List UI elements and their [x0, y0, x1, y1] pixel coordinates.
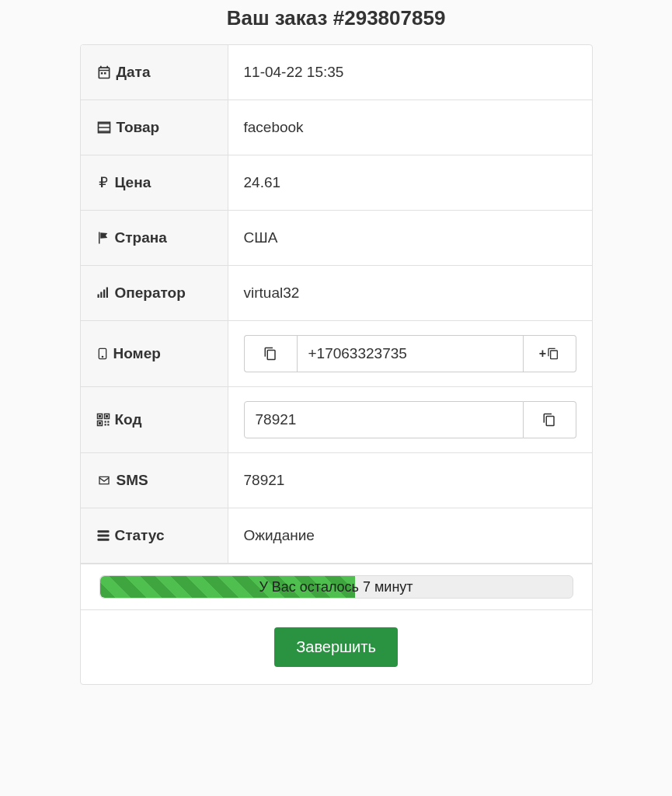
value-status: Ожидание	[228, 508, 592, 563]
action-row: Завершить	[81, 610, 592, 684]
label-number: Номер	[81, 321, 228, 386]
tasks-icon	[96, 529, 110, 543]
row-date: Дата 11-04-22 15:35	[81, 45, 592, 100]
value-number-cell: +	[228, 321, 592, 386]
row-country: Страна США	[81, 211, 592, 266]
value-country: США	[228, 211, 592, 265]
svg-rect-15	[107, 424, 109, 425]
value-product: facebook	[228, 100, 592, 155]
row-code: Код	[81, 387, 592, 453]
row-operator: Оператор virtual32	[81, 266, 592, 321]
svg-rect-12	[104, 421, 106, 423]
label-code-text: Код	[115, 411, 142, 428]
svg-rect-11	[99, 422, 101, 424]
progress-label: У Вас осталось 7 минут	[100, 576, 573, 598]
row-status: Статус Ожидание	[81, 508, 592, 564]
complete-button[interactable]: Завершить	[274, 627, 398, 667]
label-status-text: Статус	[115, 527, 165, 544]
label-price: Цена	[81, 155, 228, 210]
label-number-text: Номер	[113, 345, 161, 362]
copy-number-plus-button[interactable]: +	[524, 335, 576, 372]
qrcode-icon	[96, 413, 110, 427]
copy-icon	[263, 347, 277, 361]
code-input-group	[244, 401, 576, 438]
svg-rect-18	[97, 539, 109, 541]
copy-code-button[interactable]	[524, 401, 576, 438]
svg-rect-9	[99, 415, 101, 417]
page-title: Ваш заказ #293807859	[227, 6, 446, 30]
label-product: Товар	[81, 100, 228, 155]
svg-rect-2	[103, 290, 105, 298]
label-status: Статус	[81, 508, 228, 563]
label-country-text: Страна	[115, 229, 167, 246]
progress-row: У Вас осталось 7 минут	[81, 564, 592, 610]
label-date: Дата	[81, 45, 228, 100]
svg-rect-14	[104, 424, 106, 425]
value-date: 11-04-22 15:35	[228, 45, 592, 100]
svg-rect-1	[100, 292, 102, 298]
ruble-icon	[96, 175, 110, 190]
value-operator: virtual32	[228, 266, 592, 320]
label-product-text: Товар	[117, 119, 160, 136]
label-code: Код	[81, 387, 228, 452]
number-input[interactable]	[297, 335, 524, 372]
number-input-group: +	[244, 335, 576, 372]
label-operator-text: Оператор	[115, 285, 186, 302]
label-sms: SMS	[81, 453, 228, 508]
flag-icon	[96, 231, 110, 245]
copy-number-button[interactable]	[244, 335, 297, 372]
svg-rect-17	[97, 535, 109, 537]
svg-rect-0	[97, 295, 99, 298]
copy-icon	[542, 413, 556, 427]
row-product: Товар facebook	[81, 100, 592, 155]
svg-point-5	[102, 356, 103, 357]
signal-icon	[96, 286, 110, 300]
value-sms: 78921	[228, 453, 592, 508]
label-date-text: Дата	[117, 64, 151, 81]
value-code-cell	[228, 387, 592, 452]
label-sms-text: SMS	[117, 472, 148, 489]
svg-rect-16	[97, 530, 109, 532]
svg-rect-3	[106, 288, 107, 298]
progress-bar: У Вас осталось 7 минут	[99, 575, 573, 599]
svg-rect-10	[106, 415, 108, 417]
row-number: Номер +	[81, 321, 592, 387]
list-icon	[96, 120, 112, 135]
label-country: Страна	[81, 211, 228, 265]
row-sms: SMS 78921	[81, 453, 592, 508]
svg-rect-13	[107, 421, 109, 423]
calendar-icon	[96, 65, 112, 80]
code-input[interactable]	[244, 401, 524, 438]
phone-icon	[96, 346, 109, 361]
order-card: Дата 11-04-22 15:35 Товар facebook Цена …	[80, 44, 593, 685]
label-operator: Оператор	[81, 266, 228, 320]
value-price: 24.61	[228, 155, 592, 210]
label-price-text: Цена	[115, 174, 151, 191]
envelope-icon	[96, 474, 112, 487]
copy-plus-icon: +	[539, 347, 559, 361]
row-price: Цена 24.61	[81, 155, 592, 211]
